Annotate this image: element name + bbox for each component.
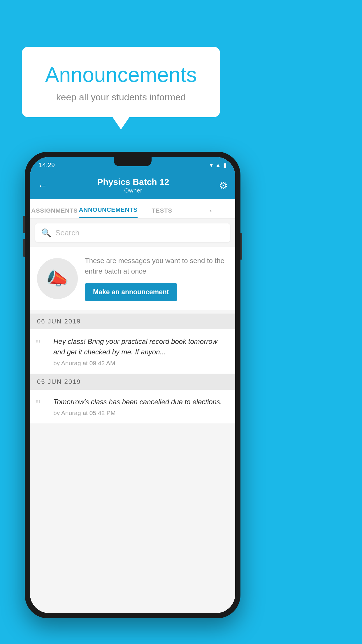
vol-down-button <box>23 239 25 257</box>
megaphone-circle: 📣 <box>37 258 78 299</box>
app-bar-subtitle: Owner <box>97 187 169 194</box>
vol-up-button <box>23 216 25 233</box>
speech-bubble: Announcements keep all your students inf… <box>22 47 220 117</box>
megaphone-icon: 📣 <box>46 268 69 289</box>
status-time: 14:29 <box>39 161 55 169</box>
app-bar-center: Physics Batch 12 Owner <box>97 177 169 194</box>
quote-icon-1: " <box>36 338 48 351</box>
phone-outer: 14:29 ▾ ▲ ▮ ← Physics Batch 12 Owner ⚙ A… <box>25 152 240 618</box>
announcement-body-1: Hey class! Bring your practical record b… <box>53 336 228 357</box>
tab-assignments[interactable]: ASSIGNMENTS <box>30 207 79 218</box>
app-bar: ← Physics Batch 12 Owner ⚙ <box>30 172 235 199</box>
app-bar-title: Physics Batch 12 <box>97 177 169 187</box>
prompt-content: These are messages you want to send to t… <box>85 256 228 301</box>
phone-screen: 14:29 ▾ ▲ ▮ ← Physics Batch 12 Owner ⚙ A… <box>30 157 235 613</box>
search-bar[interactable]: 🔍 Search <box>35 223 230 242</box>
bubble-title: Announcements <box>39 63 203 87</box>
wifi-icon: ▾ <box>210 162 213 169</box>
phone-mockup: 14:29 ▾ ▲ ▮ ← Physics Batch 12 Owner ⚙ A… <box>25 152 240 618</box>
phone-notch <box>114 157 152 166</box>
tab-announcements[interactable]: ANNOUNCEMENTS <box>79 206 138 218</box>
tab-tests[interactable]: TESTS <box>138 207 187 218</box>
content-area: 🔍 Search 📣 These are messages you want t… <box>30 219 235 613</box>
announcement-body-wrap-2: Tomorrow's class has been cancelled due … <box>53 397 222 416</box>
make-announcement-button[interactable]: Make an announcement <box>85 283 177 301</box>
bubble-subtitle: keep all your students informed <box>39 92 203 103</box>
search-placeholder: Search <box>55 228 79 237</box>
announcement-item-2: " Tomorrow's class has been cancelled du… <box>30 390 235 424</box>
tab-more[interactable]: › <box>186 207 235 218</box>
announcement-body-2: Tomorrow's class has been cancelled due … <box>53 397 222 407</box>
date-divider-1: 06 JUN 2019 <box>30 314 235 329</box>
search-icon: 🔍 <box>41 228 51 238</box>
tabs-bar: ASSIGNMENTS ANNOUNCEMENTS TESTS › <box>30 199 235 219</box>
power-button <box>240 233 242 260</box>
announcement-meta-1: by Anurag at 09:42 AM <box>53 360 228 367</box>
gear-icon[interactable]: ⚙ <box>219 180 228 191</box>
announcement-item-1: " Hey class! Bring your practical record… <box>30 329 235 374</box>
status-icons: ▾ ▲ ▮ <box>210 162 226 169</box>
date-divider-2: 05 JUN 2019 <box>30 374 235 390</box>
prompt-description: These are messages you want to send to t… <box>85 256 228 276</box>
quote-icon-2: " <box>36 398 48 411</box>
battery-icon: ▮ <box>223 162 226 169</box>
announcement-prompt: 📣 These are messages you want to send to… <box>30 247 235 310</box>
signal-icon: ▲ <box>215 162 221 169</box>
announcement-meta-2: by Anurag at 05:42 PM <box>53 410 222 416</box>
back-button[interactable]: ← <box>38 180 48 191</box>
announcement-body-wrap-1: Hey class! Bring your practical record b… <box>53 336 228 367</box>
